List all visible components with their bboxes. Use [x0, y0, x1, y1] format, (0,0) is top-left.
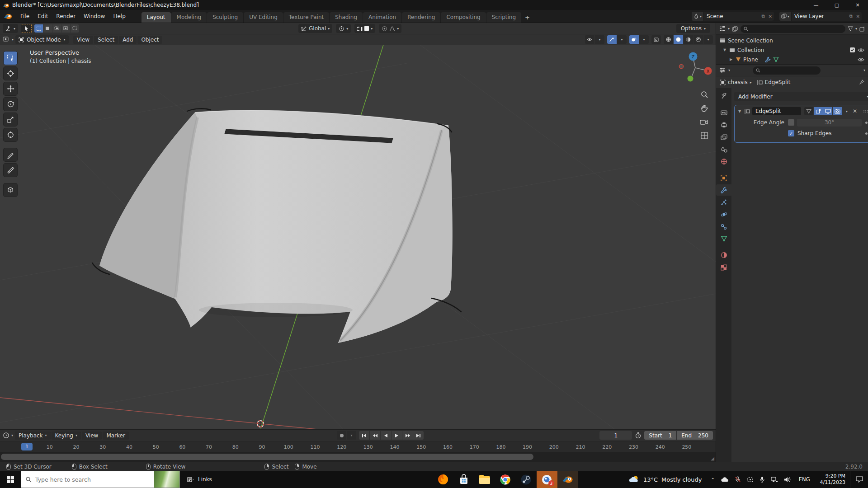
jump-to-end-button[interactable]	[413, 431, 424, 440]
timeline-menu-marker[interactable]: Marker	[103, 432, 128, 440]
tab-material[interactable]	[717, 249, 731, 261]
current-frame-indicator[interactable]: 1	[21, 443, 33, 450]
volume-icon[interactable]	[784, 477, 791, 483]
properties-search[interactable]	[753, 66, 821, 75]
zoom-icon[interactable]	[700, 90, 708, 99]
toggle-edit-mode[interactable]	[814, 107, 823, 115]
disclosure-triangle-icon[interactable]: ▼	[722, 48, 727, 52]
editor-type-timeline-icon[interactable]	[3, 432, 9, 439]
app-firefox[interactable]	[433, 471, 453, 488]
options-dropdown[interactable]: Options ▾	[676, 24, 710, 33]
frame-end-field[interactable]: End 250	[677, 431, 713, 440]
chevron-down-icon[interactable]: ▾	[595, 35, 604, 44]
toggle-render-display[interactable]	[833, 107, 842, 115]
outliner-row-collection[interactable]: ▼ Collection	[716, 45, 868, 55]
show-gizmo-toggle[interactable]	[607, 35, 617, 44]
close-button[interactable]: ✕	[847, 0, 868, 10]
blender-menu-icon[interactable]	[4, 12, 13, 20]
network-icon[interactable]	[771, 477, 778, 483]
app-blender[interactable]	[557, 471, 578, 488]
breadcrumb-modifier-name[interactable]: EdgeSplit	[765, 79, 791, 85]
modifier-extras-dropdown-icon[interactable]: ▾	[846, 109, 848, 113]
menu-window[interactable]: Window	[80, 12, 109, 21]
tool-select-box[interactable]	[4, 52, 17, 65]
viewport-canvas[interactable]: User Perspective (1) Collection | chassi…	[0, 45, 716, 429]
pin-icon[interactable]	[859, 80, 864, 85]
tab-texture[interactable]	[717, 262, 731, 273]
outliner-search[interactable]	[741, 25, 845, 33]
display-mode-icon[interactable]	[732, 26, 738, 32]
select-mode-tweak[interactable]	[34, 24, 43, 33]
hood-mesh-object[interactable]	[92, 108, 461, 343]
sharp-edges-checkbox[interactable]: ✓	[788, 130, 794, 136]
viewport-menu-add[interactable]: Add	[119, 36, 137, 44]
remove-view-layer-icon[interactable]: ✕	[854, 14, 862, 19]
minimize-button[interactable]: —	[806, 0, 826, 10]
scrollbar-handle[interactable]	[1, 454, 533, 460]
workspace-tab-layout[interactable]: Layout	[142, 12, 171, 23]
navigation-gizmo[interactable]: Z X	[677, 50, 713, 86]
menu-file[interactable]: File	[16, 12, 33, 21]
animate-dot-icon[interactable]	[865, 132, 868, 135]
hide-eye-icon[interactable]	[858, 48, 864, 52]
timeline-ruler[interactable]: 1 10203040506070809010011012013014015016…	[0, 441, 716, 452]
timeline-scrollbar[interactable]: ◢	[0, 452, 716, 462]
view-layer-selector[interactable]: ▾ View Layer ⧉ ✕	[779, 12, 862, 21]
search-highlight-image[interactable]	[154, 471, 179, 488]
auto-keying-toggle[interactable]	[337, 431, 346, 440]
shading-solid-button[interactable]	[674, 35, 683, 44]
keying-dropdown[interactable]: ▾	[347, 431, 356, 440]
tool-move[interactable]	[4, 82, 17, 95]
outliner-row-scene-collection[interactable]: Scene Collection	[716, 36, 868, 45]
tab-render[interactable]	[717, 107, 731, 118]
new-collection-icon[interactable]	[859, 26, 865, 32]
drag-handle-icon[interactable]	[863, 109, 868, 113]
modifier-name-field[interactable]: EdgeSplit	[752, 107, 801, 115]
tray-expand-icon[interactable]: ⌃	[711, 477, 714, 482]
editor-type-properties-icon[interactable]	[719, 67, 726, 73]
mic-muted-icon[interactable]	[735, 476, 741, 483]
select-mode-circle[interactable]	[52, 24, 61, 33]
proportional-editing-controls[interactable]: ▾	[379, 24, 401, 33]
timeline-menu-playback[interactable]: Playback▾	[15, 432, 51, 440]
outliner-row-plane[interactable]: ▶ Plane	[716, 55, 868, 64]
editor-type-3d-icon[interactable]	[3, 37, 10, 43]
menu-edit[interactable]: Edit	[33, 12, 52, 21]
timeline-menu-keying[interactable]: Keying▾	[52, 432, 81, 440]
workspace-tab-rendering[interactable]: Rendering	[402, 12, 440, 23]
workspace-tab-shading[interactable]: Shading	[330, 12, 363, 23]
filter-icon[interactable]	[848, 26, 853, 31]
tab-view-layer[interactable]	[717, 131, 731, 143]
workspace-tab-uv-editing[interactable]: UV Editing	[244, 12, 283, 23]
taskbar-clock[interactable]: 9:20 PM 4/11/2023	[816, 471, 850, 488]
orthographic-grid-icon[interactable]	[700, 131, 708, 140]
workspace-tab-compositing[interactable]: Compositing	[441, 12, 486, 23]
taskbar-weather[interactable]: 13°C Mostly cloudy	[623, 471, 708, 488]
menu-render[interactable]: Render	[52, 12, 80, 21]
select-mode-box[interactable]	[43, 24, 52, 33]
animate-dot-icon[interactable]	[865, 122, 868, 124]
select-mode-extend[interactable]	[71, 24, 79, 33]
shading-material-button[interactable]	[684, 35, 693, 44]
shading-dropdown[interactable]: ▾	[703, 35, 713, 44]
pivot-point-dropdown[interactable]: ▾	[336, 24, 351, 33]
gizmo-y-axis[interactable]	[688, 76, 693, 82]
current-frame-field[interactable]: 1	[599, 431, 632, 440]
disclosure-triangle-icon[interactable]: ▶	[729, 57, 733, 61]
transform-orientation-dropdown[interactable]: Global ▾	[298, 24, 332, 33]
search-input[interactable]	[35, 476, 151, 483]
snip-overlay-icon[interactable]	[747, 477, 754, 483]
previous-keyframe-button[interactable]	[370, 431, 380, 440]
viewport-menu-view[interactable]: View	[73, 36, 93, 44]
active-tool-select-box[interactable]	[21, 24, 32, 33]
overlays-dropdown[interactable]: ▾	[639, 35, 649, 44]
next-keyframe-button[interactable]	[402, 431, 413, 440]
play-button[interactable]	[392, 431, 402, 440]
tool-measure[interactable]	[4, 164, 17, 177]
toggle-edit-mode-cage[interactable]	[804, 107, 813, 115]
workspace-tab-sculpting[interactable]: Sculpting	[207, 12, 243, 23]
panel-expand-icon[interactable]: ▼	[737, 109, 742, 113]
workspace-tab-modeling[interactable]: Modeling	[171, 12, 207, 23]
resize-corner[interactable]: ◢	[711, 456, 714, 461]
tool-add-primitive[interactable]	[4, 183, 17, 197]
